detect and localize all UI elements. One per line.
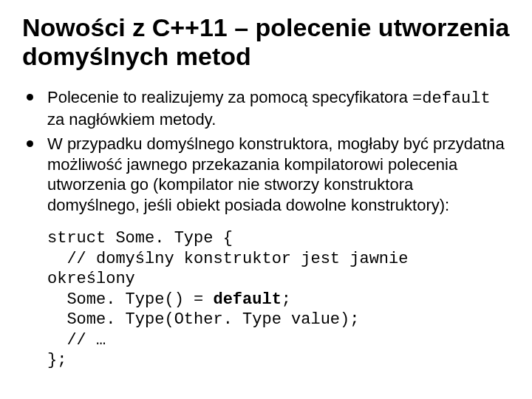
code-line: // …: [47, 331, 106, 349]
slide-title: Nowości z C++11 – polecenie utworzenia d…: [22, 13, 510, 71]
code-block: struct Some. Type { // domyślny konstruk…: [47, 228, 510, 371]
code-line: };: [47, 351, 66, 369]
code-keyword: default: [213, 290, 281, 309]
code-line: // domyślny konstruktor jest jawnie: [47, 250, 408, 268]
slide: Nowości z C++11 – polecenie utworzenia d…: [0, 0, 532, 399]
bullet-text: W przypadku domyślnego konstruktora, mog…: [47, 134, 505, 214]
code-line: struct Some. Type {: [47, 229, 233, 248]
bullet-text: za nagłówkiem metody.: [47, 110, 216, 129]
code-line: Some. Type(Other. Type value);: [47, 310, 359, 329]
list-item: W przypadku domyślnego konstruktora, mog…: [22, 134, 510, 215]
list-item: Polecenie to realizujemy za pomocą specy…: [22, 87, 510, 129]
code-line: określony: [47, 270, 135, 288]
bullet-list: Polecenie to realizujemy za pomocą specy…: [22, 87, 510, 215]
code-line: ;: [282, 290, 291, 309]
inline-code: =default: [412, 89, 491, 108]
code-line: Some. Type() =: [47, 290, 213, 309]
bullet-text: Polecenie to realizujemy za pomocą specy…: [47, 88, 412, 106]
